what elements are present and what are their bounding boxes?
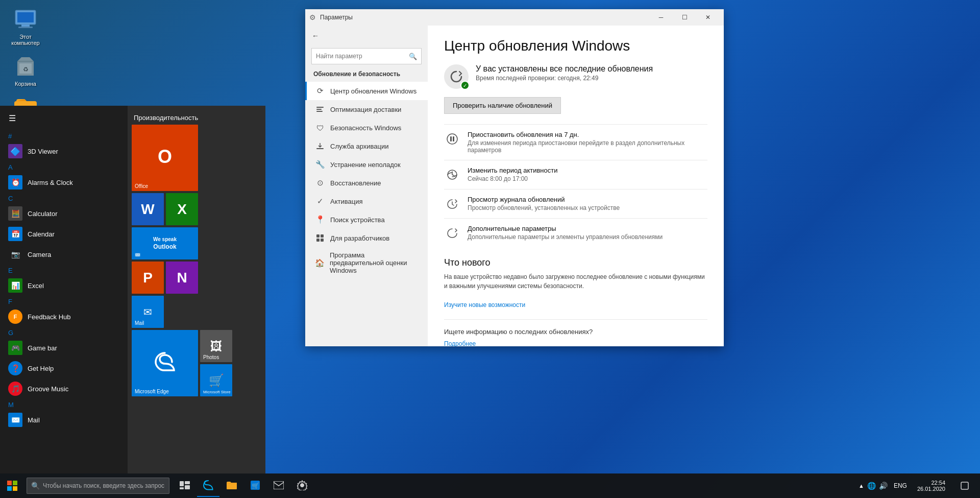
tile-photos[interactable]: 🖼 Photos — [200, 330, 232, 362]
tile-mail[interactable]: ✉ Mail — [132, 296, 164, 328]
language-indicator[interactable]: ENG — [892, 482, 909, 489]
nav-item-recovery[interactable]: ⊙ Восстановление — [305, 174, 428, 192]
app-item-calendar[interactable]: 📅 Calendar — [0, 224, 128, 244]
clock-time: 22:54 — [931, 480, 945, 486]
pause-updates-text: Приостановить обновления на 7 дн. Для из… — [468, 131, 707, 154]
view-history-text: Просмотр журнала обновлений Просмотр обн… — [468, 196, 620, 211]
app-item-alarms[interactable]: ⏰ Alarms & Clock — [0, 172, 128, 193]
app-item-3dviewer[interactable]: 🔷 3D Viewer — [0, 141, 128, 161]
explorer-icon — [226, 481, 237, 490]
svg-rect-10 — [316, 109, 322, 110]
option-pause-updates[interactable]: Приостановить обновления на 7 дн. Для из… — [444, 124, 707, 160]
settings-search-box[interactable]: 🔍 — [311, 48, 422, 64]
tiles-row2: P N — [132, 262, 198, 294]
app-label-gethelp: Get Help — [28, 365, 54, 372]
windows-logo-icon — [7, 481, 17, 491]
option-advanced[interactable]: Дополнительные параметры Дополнительные … — [444, 218, 707, 247]
section-g: G — [0, 327, 128, 338]
tile-outlook[interactable]: We speak Outlook ✉️ — [132, 227, 198, 259]
search-info-section: Ищете информацию о последних обновлениях… — [444, 319, 707, 346]
app-label-groove: Groove Music — [28, 385, 68, 393]
check-updates-button[interactable]: Проверить наличие обновлений — [444, 97, 561, 114]
app-icon-alarms: ⏰ — [8, 175, 22, 189]
nav-label-find-device: Поиск устройства — [330, 216, 385, 224]
taskbar-item-settings[interactable] — [291, 475, 313, 497]
nav-item-find-device[interactable]: 📍 Поиск устройства — [305, 210, 428, 229]
settings-window-icon: ⚙ — [309, 13, 316, 21]
tile-store[interactable]: 🛒 Microsoft Store — [200, 364, 232, 396]
notification-button[interactable] — [953, 473, 976, 498]
learn-more-link[interactable]: Изучите новые возможности — [444, 301, 525, 309]
taskbar-search-input[interactable] — [43, 482, 165, 489]
nav-label-security: Безопасность Windows — [330, 124, 401, 132]
section-c: C — [0, 193, 128, 203]
volume-icon[interactable]: 🔊 — [879, 482, 888, 490]
clock-date: 26.01.2020 — [917, 486, 945, 492]
tile-word[interactable]: W — [132, 193, 164, 225]
app-icon-groove: 🎵 — [8, 382, 22, 396]
taskbar-item-edge[interactable] — [197, 475, 219, 497]
app-item-feedback[interactable]: F Feedback Hub — [0, 306, 128, 327]
minimize-button[interactable]: ─ — [649, 9, 673, 26]
app-item-excel[interactable]: 📊 Excel — [0, 275, 128, 296]
taskbar-item-store[interactable]: 🛒 — [244, 475, 266, 497]
advanced-options-text: Дополнительные параметры Дополнительные … — [468, 225, 663, 241]
nav-item-windows-update[interactable]: ⟳ Центр обновления Windows — [305, 82, 428, 100]
taskbar-item-mail[interactable] — [267, 475, 290, 497]
nav-icon-troubleshoot: 🔧 — [315, 159, 325, 170]
app-item-groove[interactable]: 🎵 Groove Music — [0, 378, 128, 399]
pause-updates-title: Приостановить обновления на 7 дн. — [468, 131, 707, 138]
desktop-icon-thispc[interactable]: Этот компьютер — [5, 5, 46, 48]
update-status-icon: ✓ — [444, 64, 469, 89]
nav-item-developer[interactable]: Для разработчиков — [305, 229, 428, 247]
taskbar-search-box[interactable]: 🔍 — [27, 478, 169, 494]
tiles-row1: W X — [132, 193, 198, 225]
tile-ppt[interactable]: P — [132, 262, 164, 294]
option-active-hours[interactable]: Изменить период активности Сейчас 8:00 д… — [444, 160, 707, 189]
task-view-button[interactable] — [174, 475, 196, 497]
tile-edge[interactable]: Microsoft Edge — [132, 330, 198, 396]
option-view-history[interactable]: Просмотр журнала обновлений Просмотр обн… — [444, 189, 707, 218]
svg-rect-11 — [316, 111, 323, 112]
settings-sidebar: ← 🔍 Обновление и безопасность ⟳ Центр об… — [305, 26, 428, 346]
active-hours-desc: Сейчас 8:00 до 17:00 — [468, 175, 557, 182]
tray-arrow[interactable]: ▲ — [859, 483, 864, 489]
nav-item-troubleshoot[interactable]: 🔧 Устранение неполадок — [305, 155, 428, 174]
settings-body: ← 🔍 Обновление и безопасность ⟳ Центр об… — [305, 26, 724, 346]
nav-item-backup[interactable]: Служба архивации — [305, 137, 428, 155]
start-button[interactable] — [0, 473, 24, 498]
nav-item-insider[interactable]: 🏠 Программа предварительной оценки Windo… — [305, 247, 428, 278]
nav-item-delivery-opt[interactable]: Оптимизация доставки — [305, 100, 428, 118]
app-icon-3dviewer: 🔷 — [8, 144, 22, 158]
nav-item-windows-security[interactable]: 🛡 Безопасность Windows — [305, 118, 428, 137]
settings-search-input[interactable] — [316, 53, 409, 60]
taskbar-clock[interactable]: 22:54 26.01.2020 — [913, 479, 949, 493]
section-m: M — [0, 399, 128, 410]
tile-excel[interactable]: X — [166, 193, 198, 225]
back-button[interactable]: ← — [305, 26, 326, 46]
tile-office[interactable]: O Office — [132, 125, 198, 191]
close-button[interactable]: ✕ — [696, 9, 720, 26]
desktop-icon-recycle[interactable]: ♻ Корзина — [5, 52, 46, 89]
nav-label-activation: Активация — [330, 198, 362, 205]
app-item-gethelp[interactable]: ❓ Get Help — [0, 358, 128, 378]
app-label-alarms: Alarms & Clock — [28, 179, 73, 186]
nav-label-windows-update: Центр обновления Windows — [330, 87, 416, 95]
search-updates-title: Ищете информацию о последних обновлениях… — [444, 328, 707, 336]
nav-item-activation[interactable]: ✓ Активация — [305, 192, 428, 210]
app-item-mail[interactable]: ✉️ Mail — [0, 410, 128, 430]
app-item-camera[interactable]: 📷 Camera — [0, 244, 128, 265]
desktop: Этот компьютер ♻ Корзина Activators — [0, 0, 980, 498]
start-menu: ☰ # 🔷 3D Viewer A ⏰ Alarms & Clock C 🧮 C… — [0, 106, 265, 473]
more-link[interactable]: Подробнее — [444, 340, 476, 346]
app-icon-feedback: F — [8, 310, 22, 324]
tile-onenote[interactable]: N — [166, 262, 198, 294]
taskbar-item-explorer[interactable] — [220, 475, 243, 497]
app-item-gamebar[interactable]: 🎮 Game bar — [0, 338, 128, 358]
hamburger-button[interactable]: ☰ — [0, 106, 24, 130]
network-icon[interactable]: 🌐 — [867, 482, 876, 490]
app-item-calculator[interactable]: 🧮 Calculator — [0, 203, 128, 224]
maximize-button[interactable]: ☐ — [673, 9, 696, 26]
update-status-subtitle: Время последней проверки: сегодня, 22:49 — [476, 75, 653, 82]
edge-taskbar-icon — [203, 480, 214, 491]
